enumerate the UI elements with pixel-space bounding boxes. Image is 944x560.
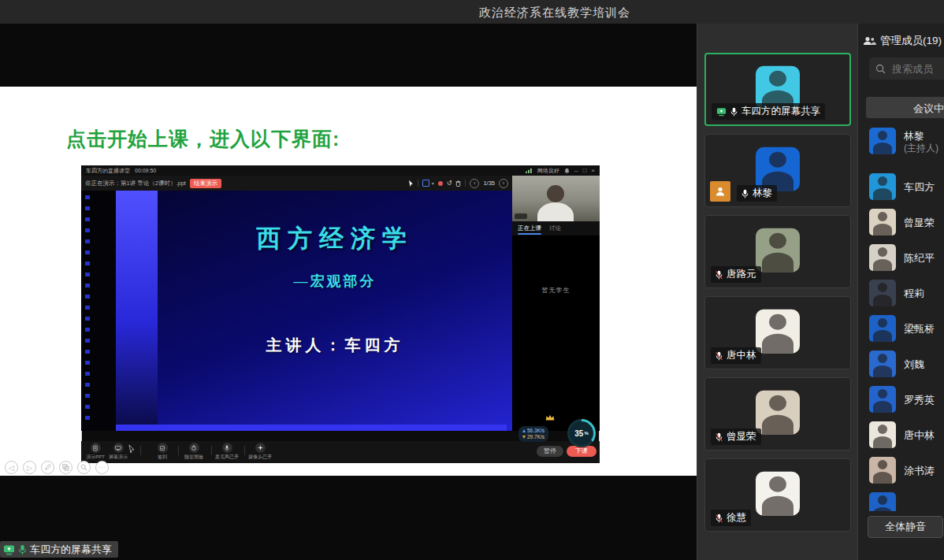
mic-muted-icon bbox=[715, 270, 723, 280]
video-tile[interactable]: 唐路元 bbox=[704, 215, 851, 288]
upload-arrow-icon bbox=[522, 429, 526, 432]
presenting-bar: 你正在演示：第1讲 导论（2课时）.ppt 结束演示 ▾ ↺ bbox=[81, 176, 512, 191]
members-panel-header: 管理成员(19) bbox=[863, 34, 942, 48]
tab-discussion: 讨论 bbox=[549, 221, 561, 235]
tile-name: 林黎 bbox=[753, 187, 772, 200]
video-tile-share[interactable]: 车四方的屏幕共享 bbox=[704, 53, 851, 126]
webcam-name-chip bbox=[515, 213, 527, 219]
member-row[interactable]: 林黎 (主持人) bbox=[858, 128, 944, 170]
member-name: 刘魏 bbox=[904, 358, 924, 372]
classroom-student-panel: 正在上课 讨论 暂无学生 bbox=[512, 176, 600, 431]
video-tile[interactable]: 徐慧 bbox=[704, 458, 851, 532]
share-badge-label: 车四方的屏幕共享 bbox=[30, 543, 112, 557]
tile-name: 车四方的屏幕共享 bbox=[741, 105, 820, 118]
member-name: 程莉 bbox=[904, 287, 924, 301]
shape-tool-icon bbox=[422, 180, 429, 187]
pen-icon bbox=[41, 461, 54, 474]
slide-instruction-text: 点击开始上课，进入以下界面: bbox=[66, 126, 340, 152]
classroom-title: 车四方的直播课堂 bbox=[86, 167, 130, 175]
close-icon: × bbox=[591, 167, 595, 174]
members-panel: 管理成员(19) 会议中-19 林黎 (主持人) 车四方 曾显荣 陈纪平 程莉 … bbox=[857, 24, 944, 560]
member-row[interactable]: 唐中林 bbox=[858, 421, 944, 454]
tile-name: 唐路元 bbox=[727, 268, 756, 281]
screen-share-icon bbox=[716, 107, 727, 117]
mute-all-button[interactable]: 全体静音 bbox=[868, 516, 943, 538]
member-row[interactable]: 刘魏 bbox=[858, 350, 944, 384]
toolbar-button-screen: 屏幕演示 bbox=[105, 443, 132, 461]
cpu-gauge: 35% bbox=[567, 419, 596, 447]
bell-icon bbox=[564, 168, 570, 174]
tile-name-chip: 徐慧 bbox=[711, 510, 751, 526]
download-speed: 29.7K/s bbox=[527, 434, 544, 440]
tab-in-class: 正在上课 bbox=[518, 221, 541, 235]
prev-page-icon: ‹ bbox=[470, 179, 479, 188]
member-row[interactable]: 曾显荣 bbox=[858, 209, 944, 242]
in-meeting-section-bar[interactable]: 会议中-19 bbox=[866, 97, 944, 118]
classroom-stats: 56.3K/s 29.7K/s 35% bbox=[512, 416, 600, 451]
member-name: 车四方 bbox=[904, 180, 935, 195]
remote-cursor-icon bbox=[128, 444, 135, 454]
tile-name-chip: 唐路元 bbox=[711, 266, 761, 283]
trash-icon bbox=[455, 180, 461, 187]
members-icon bbox=[863, 36, 876, 46]
tile-name-chip: 林黎 bbox=[737, 185, 777, 202]
member-name: 唐中林 bbox=[904, 428, 935, 443]
undo-icon: ↺ bbox=[447, 180, 452, 187]
member-row[interactable]: 程莉 bbox=[858, 280, 944, 313]
member-name: 曾显荣 bbox=[904, 216, 935, 230]
avatar bbox=[756, 146, 800, 191]
cpu-gauge-unit: % bbox=[584, 431, 588, 436]
member-row[interactable]: 梁甄桥 bbox=[858, 315, 944, 348]
member-row[interactable] bbox=[858, 492, 944, 511]
member-row[interactable]: 罗秀英 bbox=[858, 386, 944, 419]
mic-on-icon bbox=[730, 107, 738, 117]
toolbar-button-checkin: 签到 bbox=[149, 443, 176, 461]
toolbar-button-camera: 摄像头已开 bbox=[247, 443, 273, 461]
cursor-tool-icon bbox=[408, 180, 414, 187]
video-tile[interactable]: 林黎 bbox=[704, 134, 851, 207]
video-tile[interactable]: 唐中林 bbox=[704, 296, 851, 369]
member-name: 罗秀英 bbox=[904, 393, 935, 407]
video-tile[interactable]: 曾显荣 bbox=[704, 377, 851, 451]
avatar bbox=[756, 390, 800, 434]
tile-name-chip: 车四方的屏幕共享 bbox=[712, 103, 825, 120]
slide-left-band bbox=[116, 191, 158, 431]
member-row[interactable]: 涂书涛 bbox=[858, 457, 944, 490]
member-row[interactable]: 车四方 bbox=[858, 173, 944, 206]
search-icon bbox=[875, 64, 886, 74]
avatar bbox=[756, 309, 800, 353]
screen-share-icon bbox=[3, 544, 15, 555]
avatar bbox=[869, 386, 896, 413]
minimize-icon: – bbox=[574, 167, 578, 174]
toolbar-button-mic: 麦克风已开 bbox=[214, 443, 240, 461]
upload-speed: 56.3K/s bbox=[527, 428, 544, 434]
prev-slide-icon: ◁ bbox=[5, 461, 18, 474]
mic-muted-icon bbox=[715, 351, 723, 361]
window-titlebar: 政治经济系在线教学培训会 bbox=[0, 0, 944, 24]
avatar bbox=[869, 315, 896, 342]
embedded-classroom-screenshot: 车四方的直播课堂 00:09:50 网络良好 – □ × 你正在演示：第1讲 导… bbox=[81, 165, 600, 453]
avatar bbox=[869, 421, 896, 448]
network-speed-readout: 56.3K/s 29.7K/s bbox=[518, 426, 548, 442]
member-row[interactable]: 陈纪平 bbox=[858, 244, 944, 277]
toolbar-button-quiz: 随堂测验 bbox=[180, 443, 207, 461]
avatar bbox=[869, 280, 896, 306]
slide-subtitle: —宏观部分 bbox=[158, 272, 512, 291]
shared-screen-stage: 点击开始上课，进入以下界面: 车四方的直播课堂 00:09:50 网络良好 – … bbox=[0, 24, 697, 560]
members-panel-title: 管理成员(19) bbox=[880, 34, 942, 48]
teacher-silhouette bbox=[534, 184, 578, 221]
shape-dropdown-icon: ▾ bbox=[432, 180, 434, 186]
video-thumbnail-strip: 车四方的屏幕共享 林黎 唐路元 唐中林 bbox=[697, 24, 857, 560]
zoom-icon bbox=[77, 461, 91, 474]
slide-presenter-line: 主讲人：车四方 bbox=[158, 335, 512, 356]
member-role: (主持人) bbox=[904, 142, 938, 155]
shared-slide-background: 点击开始上课，进入以下界面: 车四方的直播课堂 00:09:50 网络良好 – … bbox=[0, 87, 697, 476]
next-slide-icon: ▷ bbox=[23, 461, 36, 474]
member-search-box[interactable] bbox=[869, 57, 944, 80]
cpu-gauge-value: 35 bbox=[574, 429, 583, 438]
avatar bbox=[756, 228, 800, 272]
in-meeting-section-label: 会议中-19 bbox=[913, 102, 944, 116]
window-title: 政治经济系在线教学培训会 bbox=[479, 6, 630, 20]
host-badge-icon bbox=[710, 181, 730, 202]
search-input[interactable] bbox=[890, 62, 944, 76]
